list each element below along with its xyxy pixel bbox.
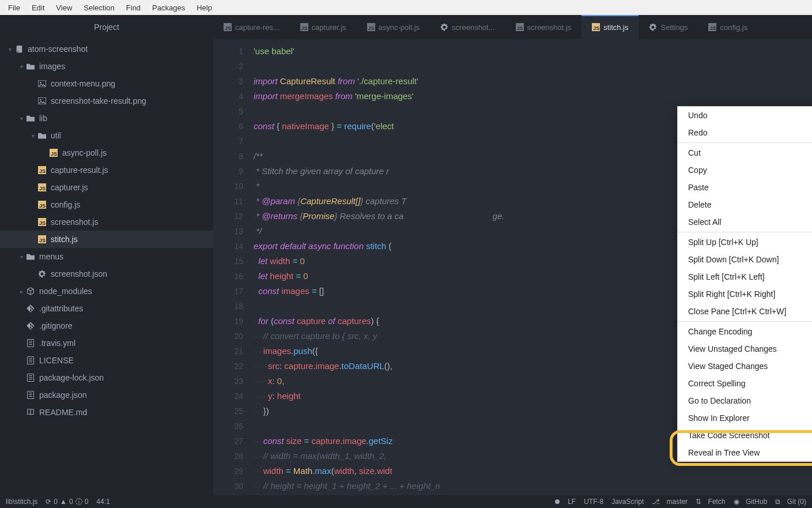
tree-item[interactable]: JScapture-result.js xyxy=(0,161,213,179)
tree-item[interactable]: ▾util xyxy=(0,127,213,144)
status-github[interactable]: ◉ GitHub xyxy=(734,498,768,506)
tab[interactable]: JScapturer.js xyxy=(290,15,357,39)
tab[interactable]: JSasync-poll.js xyxy=(357,15,430,39)
tree-item[interactable]: screenshot.json xyxy=(0,265,213,283)
status-git[interactable]: ⧉ Git (0) xyxy=(775,498,806,506)
line-number: 10 xyxy=(213,179,243,194)
status-language[interactable]: JavaScript xyxy=(611,498,644,506)
tab[interactable]: JScapture-res... xyxy=(213,15,290,39)
context-menu-item[interactable]: View Unstaged Changes xyxy=(678,340,812,358)
tree-item[interactable]: JSasync-poll.js xyxy=(0,144,213,161)
tree-item[interactable]: JSscreenshot.js xyxy=(0,213,213,231)
tree-item[interactable]: context-menu.png xyxy=(0,75,213,92)
context-menu-label: Select All xyxy=(688,217,722,227)
tree-item[interactable]: ▾images xyxy=(0,58,213,75)
tree-item[interactable]: ▾atom-screenshot xyxy=(0,40,213,58)
tree-item[interactable]: JScapturer.js xyxy=(0,179,213,196)
tab[interactable]: screenshot... xyxy=(430,15,505,39)
tree-item[interactable]: JSstitch.js xyxy=(0,231,213,248)
tree-item-label: util xyxy=(51,131,61,140)
tree-item[interactable]: ▾lib xyxy=(0,110,213,127)
folder-icon xyxy=(27,63,35,70)
line-number: 12 xyxy=(213,209,243,224)
tab-label: capture-res... xyxy=(235,23,280,32)
menu-find[interactable]: Find xyxy=(120,1,146,14)
tree-item[interactable]: .gitattributes xyxy=(0,300,213,317)
tree-item[interactable]: JSconfig.js xyxy=(0,196,213,213)
context-menu-item[interactable]: View Staged Changes xyxy=(678,358,812,375)
context-menu-separator xyxy=(678,232,812,232)
project-tree-title: Project xyxy=(0,15,213,39)
line-number: 14 xyxy=(213,239,243,254)
context-menu-item[interactable]: Select AllCtrl+A xyxy=(678,213,812,231)
context-menu-label: Go to Declaration xyxy=(688,396,751,405)
code-line[interactable]: ····// height = height_1 + height_2 + ..… xyxy=(254,479,812,494)
code-line[interactable] xyxy=(254,59,812,74)
git-file-icon xyxy=(27,304,35,313)
gutter: 1234567891011121314151617181920212223242… xyxy=(213,39,254,495)
status-encoding[interactable]: UTF-8 xyxy=(584,498,603,506)
line-number: 16 xyxy=(213,269,243,284)
context-menu-item[interactable]: PasteCtrl+V xyxy=(678,179,812,196)
context-menu-item[interactable]: Go to Declaration xyxy=(678,392,812,409)
tree-item[interactable]: .travis.yml xyxy=(0,334,213,352)
tab-label: async-poll.js xyxy=(379,23,420,32)
tab[interactable]: JSscreenshot.js xyxy=(505,15,582,39)
tree-item[interactable]: ▾menus xyxy=(0,248,213,265)
tree-item[interactable]: package-lock.json xyxy=(0,369,213,386)
context-menu-item[interactable]: Split Right [Ctrl+K Right] xyxy=(678,285,812,303)
context-menu-item[interactable]: Close Pane [Ctrl+K Ctrl+W] xyxy=(678,303,812,320)
context-menu-item[interactable]: CutCtrl+X xyxy=(678,144,812,161)
status-line-ending[interactable]: LF xyxy=(568,498,576,506)
context-menu-item[interactable]: RedoCtrl+Y xyxy=(678,124,812,141)
status-fetch[interactable]: ⇅ Fetch xyxy=(696,498,725,506)
context-menu-item[interactable]: Split Left [Ctrl+K Left] xyxy=(678,268,812,285)
tree-item[interactable]: package.json xyxy=(0,386,213,404)
tree-item-label: atom-screenshot xyxy=(28,44,88,54)
context-menu-item[interactable]: Reveal in Tree ViewCtrl+Shift+\ xyxy=(678,444,812,461)
status-branch[interactable]: ⎇ master xyxy=(652,498,688,506)
code-line[interactable]: import CaptureResult from './capture-res… xyxy=(254,74,812,89)
menu-edit[interactable]: Edit xyxy=(26,1,50,14)
menu-view[interactable]: View xyxy=(50,1,78,14)
gear-icon xyxy=(649,23,657,31)
context-menu-item[interactable]: Take Code Screenshot xyxy=(678,427,812,444)
tab[interactable]: JSconfig.js xyxy=(698,15,758,39)
svg-point-1 xyxy=(40,82,41,84)
line-number: 28 xyxy=(213,449,243,464)
tree-item-label: .gitignore xyxy=(39,321,73,330)
context-menu-item[interactable]: DeleteDel xyxy=(678,196,812,213)
tree-item[interactable]: README.md xyxy=(0,404,213,421)
code-line[interactable]: ····width = Math.max(width, size.widt xyxy=(254,464,812,479)
project-tree[interactable]: ▾atom-screenshot▾imagescontext-menu.pngs… xyxy=(0,39,213,495)
context-menu: UndoCtrl+ZRedoCtrl+YCutCtrl+XCopyCtrl+CP… xyxy=(677,106,812,462)
context-menu-item[interactable]: Split Down [Ctrl+K Down] xyxy=(678,251,812,268)
status-cursor-position[interactable]: 44:1 xyxy=(96,498,109,506)
menu-help[interactable]: Help xyxy=(191,1,218,14)
context-menu-separator xyxy=(678,142,812,143)
context-menu-item[interactable]: Show In Explorer xyxy=(678,409,812,427)
status-diagnostics[interactable]: ⟳0 ▲0 ⓘ0 xyxy=(46,497,88,507)
context-menu-item[interactable]: Change EncodingCtrl+Shift+U xyxy=(678,323,812,340)
line-number: 26 xyxy=(213,419,243,434)
status-file-path[interactable]: lib\stitch.js xyxy=(6,498,37,506)
tree-item[interactable]: screenshot-take-result.png xyxy=(0,92,213,110)
code-line[interactable]: import mergeImages from 'merge-images' xyxy=(254,89,812,104)
menu-packages[interactable]: Packages xyxy=(146,1,191,14)
context-menu-item[interactable]: UndoCtrl+Z xyxy=(678,107,812,124)
code-line[interactable]: 'use babel' xyxy=(254,44,812,59)
line-number: 11 xyxy=(213,194,243,209)
menu-selection[interactable]: Selection xyxy=(78,1,120,14)
chevron-icon: ▾ xyxy=(29,133,37,139)
chevron-icon: ▾ xyxy=(17,115,25,122)
tab[interactable]: Settings xyxy=(639,15,698,39)
tree-item[interactable]: ▸node_modules xyxy=(0,283,213,300)
context-menu-label: Cut xyxy=(688,148,701,157)
context-menu-item[interactable]: Split Up [Ctrl+K Up] xyxy=(678,234,812,251)
tab[interactable]: JSstitch.js xyxy=(581,15,639,39)
context-menu-item[interactable]: CopyCtrl+C xyxy=(678,161,812,179)
tree-item[interactable]: .gitignore xyxy=(0,317,213,334)
context-menu-item[interactable]: Correct SpellingCtrl+Shift+; xyxy=(678,375,812,392)
tree-item[interactable]: LICENSE xyxy=(0,352,213,369)
menu-file[interactable]: File xyxy=(2,1,26,14)
